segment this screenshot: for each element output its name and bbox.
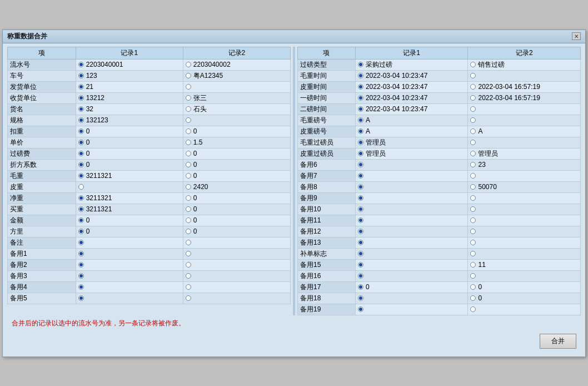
radio-indicator[interactable] (186, 251, 191, 256)
radio-indicator[interactable] (470, 117, 476, 123)
radio-indicator[interactable] (186, 173, 191, 179)
radio-indicator[interactable] (186, 151, 191, 156)
record2-value: 1.5 (193, 138, 203, 146)
radio-indicator[interactable] (186, 295, 191, 301)
radio-indicator[interactable] (470, 184, 476, 190)
radio-indicator[interactable] (358, 251, 363, 256)
radio-indicator[interactable] (186, 284, 191, 290)
radio-indicator[interactable] (358, 206, 363, 212)
radio-indicator[interactable] (470, 295, 476, 301)
radio-indicator[interactable] (186, 106, 191, 112)
radio-indicator[interactable] (470, 162, 476, 167)
radio-indicator[interactable] (78, 240, 84, 245)
radio-indicator[interactable] (78, 95, 84, 101)
radio-indicator[interactable] (470, 240, 476, 245)
radio-indicator[interactable] (78, 251, 84, 256)
radio-indicator[interactable] (78, 229, 84, 234)
radio-indicator[interactable] (186, 140, 191, 145)
radio-indicator[interactable] (78, 128, 84, 134)
radio-indicator[interactable] (470, 151, 476, 156)
radio-indicator[interactable] (358, 284, 363, 290)
radio-indicator[interactable] (470, 206, 476, 212)
close-button[interactable]: ✕ (572, 32, 581, 40)
radio-indicator[interactable] (358, 117, 363, 123)
radio-indicator[interactable] (78, 73, 84, 78)
radio-indicator[interactable] (470, 251, 476, 256)
radio-indicator[interactable] (358, 95, 363, 101)
radio-indicator[interactable] (186, 217, 191, 223)
radio-indicator[interactable] (358, 184, 363, 190)
radio-indicator[interactable] (358, 173, 363, 179)
radio-indicator[interactable] (470, 128, 476, 134)
table-row: 发货单位21 (8, 81, 291, 92)
radio-indicator[interactable] (78, 151, 84, 156)
radio-indicator[interactable] (470, 229, 476, 234)
radio-indicator[interactable] (358, 195, 363, 201)
radio-indicator[interactable] (78, 106, 84, 112)
radio-indicator[interactable] (358, 140, 363, 145)
radio-indicator[interactable] (186, 95, 191, 101)
radio-indicator[interactable] (186, 84, 191, 90)
radio-indicator[interactable] (78, 184, 84, 190)
radio-indicator[interactable] (358, 306, 363, 312)
radio-indicator[interactable] (78, 284, 84, 290)
radio-indicator[interactable] (470, 84, 476, 90)
radio-indicator[interactable] (470, 195, 476, 201)
radio-indicator[interactable] (186, 128, 191, 134)
radio-indicator[interactable] (470, 95, 476, 101)
radio-indicator[interactable] (470, 173, 476, 179)
radio-indicator[interactable] (358, 240, 363, 245)
radio-indicator[interactable] (358, 106, 363, 112)
radio-indicator[interactable] (470, 73, 476, 78)
radio-indicator[interactable] (358, 262, 363, 268)
radio-indicator[interactable] (358, 84, 363, 90)
radio-indicator[interactable] (470, 306, 476, 312)
radio-indicator[interactable] (78, 84, 84, 90)
radio-indicator[interactable] (470, 62, 476, 67)
radio-indicator[interactable] (358, 62, 363, 67)
radio-indicator[interactable] (186, 240, 191, 245)
radio-indicator[interactable] (358, 273, 363, 279)
radio-indicator[interactable] (78, 162, 84, 167)
radio-indicator[interactable] (358, 151, 363, 156)
field-label: 备用19 (298, 304, 356, 315)
radio-indicator[interactable] (186, 73, 191, 78)
radio-indicator[interactable] (470, 262, 476, 268)
record1-cell: A (355, 126, 468, 137)
radio-indicator[interactable] (186, 195, 191, 201)
radio-indicator[interactable] (358, 73, 363, 78)
record1-value: 0 (366, 283, 370, 291)
record1-cell (76, 281, 183, 293)
radio-indicator[interactable] (470, 284, 476, 290)
record2-cell (183, 281, 290, 293)
radio-indicator[interactable] (186, 184, 191, 190)
radio-indicator[interactable] (186, 229, 191, 234)
radio-indicator[interactable] (78, 117, 84, 123)
radio-indicator[interactable] (358, 162, 363, 167)
radio-indicator[interactable] (358, 295, 363, 301)
radio-indicator[interactable] (78, 262, 84, 268)
radio-indicator[interactable] (470, 217, 476, 223)
radio-indicator[interactable] (186, 162, 191, 167)
radio-indicator[interactable] (186, 206, 191, 212)
radio-indicator[interactable] (78, 62, 84, 67)
radio-indicator[interactable] (470, 273, 476, 279)
radio-indicator[interactable] (186, 273, 191, 279)
radio-indicator[interactable] (186, 62, 191, 67)
radio-indicator[interactable] (358, 128, 363, 134)
radio-indicator[interactable] (186, 117, 191, 123)
radio-indicator[interactable] (78, 295, 84, 301)
radio-indicator[interactable] (78, 217, 84, 223)
radio-indicator[interactable] (470, 140, 476, 145)
radio-indicator[interactable] (358, 217, 363, 223)
radio-indicator[interactable] (186, 262, 191, 268)
merge-button[interactable]: 合并 (540, 334, 576, 349)
radio-indicator[interactable] (470, 106, 476, 112)
record1-cell: A (355, 115, 468, 126)
radio-indicator[interactable] (78, 195, 84, 201)
radio-indicator[interactable] (78, 173, 84, 179)
radio-indicator[interactable] (78, 206, 84, 212)
radio-indicator[interactable] (78, 140, 84, 145)
radio-indicator[interactable] (358, 229, 363, 234)
radio-indicator[interactable] (78, 273, 84, 279)
